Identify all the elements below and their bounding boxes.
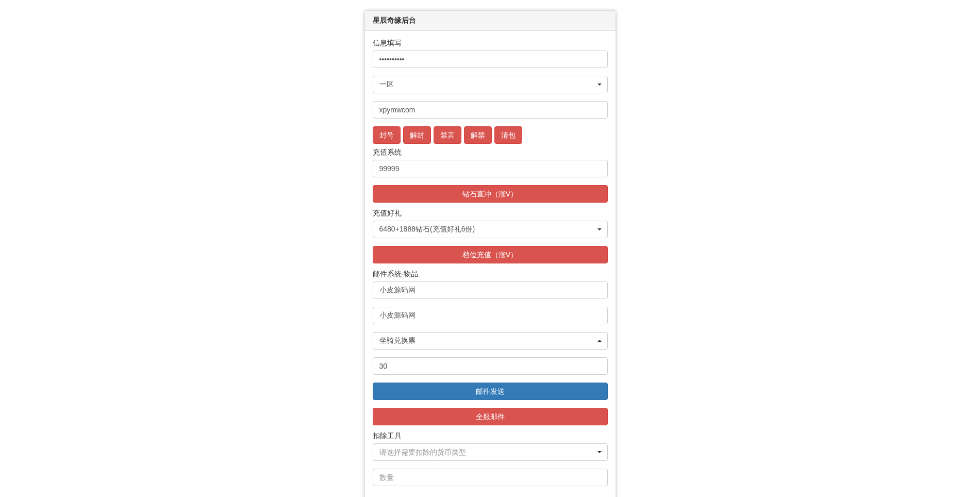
mail-send-group: 邮件发送 <box>373 383 608 400</box>
unban-button[interactable]: 解封 <box>403 126 431 144</box>
mail-content-input[interactable] <box>373 307 608 324</box>
gift-select-wrap <box>373 221 608 238</box>
panel-body: 信息填写 封号 解封 禁言 解禁 清包 充值系统 钻石直冲（涨V） 充值好礼 <box>365 31 616 497</box>
panel-title: 星辰奇缘后台 <box>365 11 616 31</box>
account-action-row: 封号 解封 禁言 解禁 清包 <box>373 126 608 144</box>
mail-content-group <box>373 307 608 324</box>
info-section: 信息填写 <box>373 39 608 68</box>
mail-label: 邮件系统-物品 <box>373 270 608 279</box>
unmute-button[interactable]: 解禁 <box>464 126 492 144</box>
tier-recharge-button[interactable]: 档位充值（涨V） <box>373 246 608 263</box>
mail-title-group <box>373 281 608 299</box>
recharge-amount-input[interactable] <box>373 160 608 177</box>
mail-title-input[interactable] <box>373 281 608 299</box>
recharge-label: 充值系统 <box>373 148 608 157</box>
mail-item-select[interactable] <box>373 332 608 350</box>
gift-select[interactable] <box>373 221 608 238</box>
recharge-gift-label: 充值好礼 <box>373 209 608 218</box>
recharge-amount-group <box>373 160 608 177</box>
deduct-label: 扣除工具 <box>373 432 608 441</box>
deduct-qty-group <box>373 469 608 486</box>
admin-panel: 星辰奇缘后台 信息填写 封号 解封 禁言 解禁 清包 充值系统 钻石直冲（涨V）… <box>364 10 616 497</box>
zone-select[interactable] <box>373 76 608 93</box>
ban-button[interactable]: 封号 <box>373 126 401 144</box>
mail-count-group <box>373 357 608 375</box>
username-group <box>373 101 608 119</box>
deduct-currency-select-wrap <box>373 443 608 461</box>
deduct-qty-input[interactable] <box>373 469 608 486</box>
mute-button[interactable]: 禁言 <box>434 126 461 144</box>
deduct-currency-select[interactable] <box>373 443 608 461</box>
info-label: 信息填写 <box>373 39 608 48</box>
password-input[interactable] <box>373 51 608 68</box>
clearbag-button[interactable]: 清包 <box>494 126 522 144</box>
mail-send-button[interactable]: 邮件发送 <box>373 383 608 400</box>
zone-select-wrap <box>373 76 608 93</box>
diamond-direct-button[interactable]: 钻石直冲（涨V） <box>373 185 608 203</box>
mail-item-select-wrap <box>373 332 608 350</box>
global-mail-button[interactable]: 全服邮件 <box>373 408 608 425</box>
username-input[interactable] <box>373 101 608 119</box>
mail-count-input[interactable] <box>373 357 608 375</box>
